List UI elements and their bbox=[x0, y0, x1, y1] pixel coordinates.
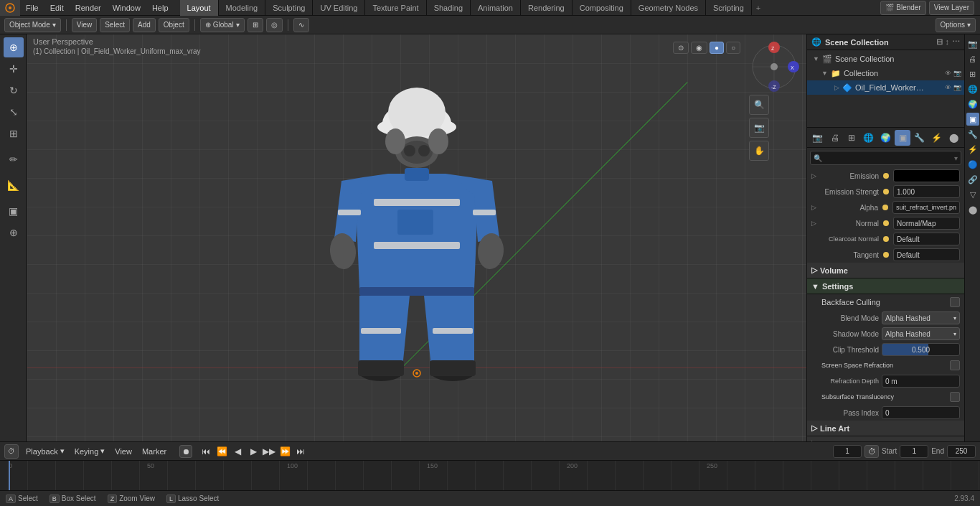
viewport[interactable]: User Perspective (1) Collection | Oil_Fi… bbox=[27, 34, 806, 441]
particles-props-btn[interactable]: ⚡ bbox=[929, 130, 945, 146]
end-frame-input[interactable] bbox=[947, 445, 976, 458]
object-icon-btn[interactable]: ▣ bbox=[966, 113, 979, 126]
menu-edit[interactable]: Edit bbox=[44, 0, 70, 16]
hand-tool-btn[interactable]: ✋ bbox=[749, 141, 769, 161]
measure-tool[interactable]: 📐 bbox=[4, 175, 24, 195]
object-props-btn[interactable]: ▣ bbox=[895, 130, 910, 146]
view-menu[interactable]: View bbox=[72, 18, 98, 32]
add-workspace-button[interactable]: + bbox=[752, 4, 765, 12]
tab-uv-editing[interactable]: UV Editing bbox=[313, 0, 365, 16]
material-props-btn[interactable]: ⬤ bbox=[946, 130, 961, 146]
transform-tool[interactable]: ⊞ bbox=[4, 123, 24, 144]
tab-sculpting[interactable]: Sculpting bbox=[265, 0, 313, 16]
clip-threshold-slider[interactable]: 0.500 bbox=[882, 343, 960, 356]
timeline-mode-btn[interactable]: ⏱ bbox=[4, 444, 19, 459]
alpha-expand[interactable]: ▷ bbox=[811, 204, 818, 211]
world-props-btn[interactable]: 🌍 bbox=[878, 130, 894, 146]
marker-btn[interactable]: Marker bbox=[139, 447, 169, 456]
start-frame-input[interactable] bbox=[900, 445, 928, 458]
object-menu[interactable]: Object bbox=[159, 18, 189, 32]
object-mode-dropdown[interactable]: Object Mode ▾ bbox=[4, 18, 61, 32]
filter-icon[interactable]: ⊟ bbox=[936, 37, 943, 47]
scene-props-btn[interactable]: 🌐 bbox=[861, 130, 877, 146]
clearcoat-normal-value[interactable]: Default bbox=[893, 233, 960, 245]
view-layer-selector[interactable]: View Layer bbox=[929, 1, 974, 15]
view-layer-props-btn[interactable]: ⊞ bbox=[844, 130, 859, 146]
options-btn[interactable]: Options ▾ bbox=[936, 18, 976, 32]
subsurface-checkbox[interactable] bbox=[950, 392, 960, 402]
options-icon[interactable]: ⋯ bbox=[952, 37, 960, 47]
timeline-track[interactable]: 0 50 100 150 200 250 bbox=[0, 461, 980, 490]
select-status[interactable]: A Select bbox=[6, 495, 38, 503]
tab-geometry-nodes[interactable]: Geometry Nodes bbox=[631, 0, 706, 16]
cursor-tool[interactable]: ⊕ bbox=[4, 37, 24, 57]
particles-icon-btn[interactable]: ⚡ bbox=[966, 143, 979, 156]
render-icon-btn[interactable]: 📷 bbox=[966, 37, 979, 50]
material-icon-btn[interactable]: ⬤ bbox=[966, 203, 979, 216]
model-visibility-icon[interactable]: 👁 bbox=[945, 84, 951, 91]
select-menu[interactable]: Select bbox=[100, 18, 130, 32]
normal-expand[interactable]: ▷ bbox=[811, 220, 819, 227]
output-props-btn[interactable]: 🖨 bbox=[827, 130, 843, 146]
physics-icon-btn[interactable]: 🔵 bbox=[966, 158, 979, 171]
tangent-value[interactable]: Default bbox=[893, 248, 960, 261]
view-layer-icon-btn[interactable]: ⊞ bbox=[966, 67, 979, 80]
keying-btn[interactable]: Keying ▾ bbox=[72, 446, 108, 456]
tab-animation[interactable]: Animation bbox=[471, 0, 521, 16]
play-btn[interactable]: ▶ bbox=[247, 445, 260, 458]
frame-clock-btn[interactable]: ⏱ bbox=[864, 445, 879, 458]
blend-mode-dropdown[interactable]: Alpha Hashed ▾ bbox=[882, 311, 960, 324]
tab-modeling[interactable]: Modeling bbox=[219, 0, 266, 16]
ssr-checkbox[interactable] bbox=[950, 360, 960, 370]
scale-tool[interactable]: ⤡ bbox=[4, 102, 24, 122]
settings-section[interactable]: ▼ Settings bbox=[807, 278, 964, 294]
lasso-status[interactable]: L Lasso Select bbox=[166, 495, 219, 503]
solid-btn[interactable]: ○ bbox=[726, 42, 740, 54]
next-frame-btn[interactable]: ▶▶ bbox=[263, 445, 275, 458]
alpha-value[interactable]: suit_refract_invert.pn bbox=[892, 201, 960, 214]
camera-view-btn[interactable]: 📷 bbox=[749, 118, 769, 138]
pass-index-value[interactable]: 0 bbox=[882, 406, 960, 419]
tab-layout[interactable]: Layout bbox=[180, 0, 219, 16]
model-item[interactable]: ▷ 🔷 Oil_Field_Worker_Unifor 👁 📷 bbox=[807, 80, 964, 95]
current-frame-input[interactable] bbox=[833, 445, 862, 458]
zoom-in-btn[interactable]: 🔍 bbox=[749, 95, 769, 115]
tab-compositing[interactable]: Compositing bbox=[573, 0, 631, 16]
search-input[interactable] bbox=[824, 151, 954, 165]
app-logo[interactable] bbox=[0, 0, 20, 16]
sort-icon[interactable]: ↕ bbox=[946, 37, 950, 47]
prev-keyframe-btn[interactable]: ⏪ bbox=[215, 445, 228, 458]
rendered-btn[interactable]: ● bbox=[710, 42, 724, 54]
volume-section[interactable]: ▷ Volume bbox=[807, 263, 964, 278]
scene-selector[interactable]: 🎬 Blender bbox=[880, 1, 925, 15]
emission-strength-value[interactable]: 1.000 bbox=[893, 185, 960, 198]
visibility-icon[interactable]: 👁 bbox=[945, 70, 951, 77]
menu-window[interactable]: Window bbox=[107, 0, 146, 16]
search-dropdown-icon[interactable]: ▾ bbox=[954, 154, 958, 162]
model-render-icon[interactable]: 📷 bbox=[953, 84, 961, 91]
collection-item[interactable]: ▼ 📁 Collection 👁 📷 bbox=[807, 66, 964, 80]
emission-expand[interactable]: ▷ bbox=[811, 172, 819, 179]
prev-frame-btn[interactable]: ◀ bbox=[231, 445, 244, 458]
transform-orientation[interactable]: ⊕ Global ▾ bbox=[200, 18, 245, 32]
zoom-status[interactable]: Z Zoom View bbox=[108, 495, 155, 503]
rotate-tool[interactable]: ↻ bbox=[4, 80, 24, 100]
refraction-depth-value[interactable]: 0 m bbox=[882, 375, 960, 388]
record-btn[interactable]: ⏺ bbox=[179, 445, 192, 458]
scene-collection-item[interactable]: ▼ 🎬 Scene Collection bbox=[807, 52, 964, 66]
material-preview-btn[interactable]: ◉ bbox=[691, 42, 707, 54]
menu-file[interactable]: File bbox=[20, 0, 44, 16]
proportional-edit[interactable]: ◎ bbox=[266, 18, 283, 32]
tab-texture-paint[interactable]: Texture Paint bbox=[365, 0, 426, 16]
box-select-status[interactable]: B Box Select bbox=[50, 495, 96, 503]
jump-end-btn[interactable]: ⏭ bbox=[294, 445, 307, 458]
modifier-props-btn[interactable]: 🔧 bbox=[912, 130, 928, 146]
viewport-display-section[interactable]: ▷ Viewport Display bbox=[807, 436, 964, 441]
line-art-section[interactable]: ▷ Line Art bbox=[807, 421, 964, 436]
add-menu[interactable]: Add bbox=[133, 18, 156, 32]
constraints-icon-btn[interactable]: 🔗 bbox=[966, 173, 979, 186]
data-icon-btn[interactable]: ▽ bbox=[966, 188, 979, 201]
jump-start-btn[interactable]: ⏮ bbox=[199, 445, 212, 458]
menu-help[interactable]: Help bbox=[146, 0, 174, 16]
move-tool[interactable]: ✛ bbox=[4, 59, 24, 79]
